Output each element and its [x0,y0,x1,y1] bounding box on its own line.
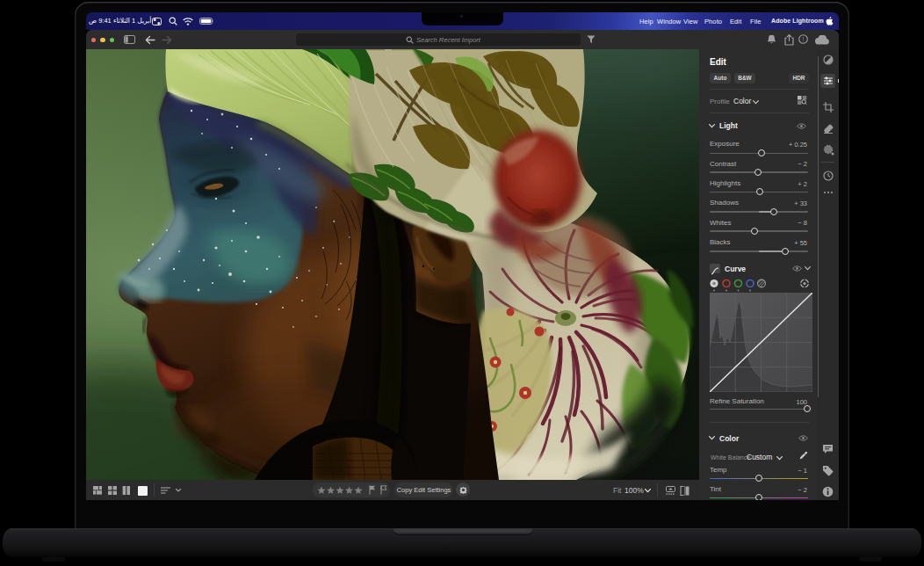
svg-text:!: ! [803,36,805,42]
